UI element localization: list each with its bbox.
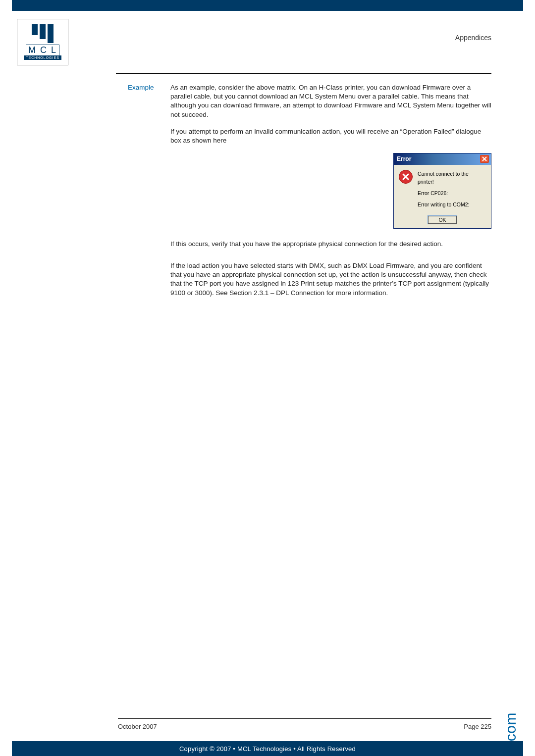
footer-page: Page 225 — [464, 723, 491, 730]
paragraph-3: If this occurs, verify that you have the… — [170, 240, 491, 249]
top-color-bar — [12, 0, 523, 11]
dialog-msg-2: Error CP026: — [418, 189, 486, 198]
dialog-body: Cannot connect to the printer! Error CP0… — [394, 165, 491, 216]
logo-bars — [32, 24, 54, 43]
main-content: Example As an example, consider the abov… — [128, 83, 491, 312]
page-footer: October 2007 Page 225 — [118, 718, 491, 730]
close-icon[interactable] — [480, 155, 489, 163]
logo-letters: M C L — [26, 45, 59, 56]
paragraph-4: If the load action you have selected sta… — [170, 261, 491, 298]
dialog-msg-1: Cannot connect to the printer! — [418, 170, 486, 187]
footer-date: October 2007 — [118, 723, 157, 730]
copyright-bar: Copyright © 2007 • MCL Technologies • Al… — [12, 741, 523, 756]
error-dialog: Error Cannot connect to the printer! Err… — [393, 153, 491, 228]
section-heading: Appendices — [455, 34, 491, 42]
dialog-titlebar: Error — [394, 153, 491, 164]
paragraph-1: As an example, consider the above matrix… — [170, 83, 491, 119]
logo-subtext: TECHNOLOGIES — [24, 55, 61, 60]
paragraph-2: If you attempt to perform an invalid com… — [170, 127, 491, 145]
mcl-logo: M C L TECHNOLOGIES — [17, 19, 68, 65]
dialog-msg-3: Error writing to COM2: — [418, 201, 486, 209]
error-icon — [399, 170, 413, 184]
dialog-title-text: Error — [397, 155, 411, 163]
example-label: Example — [128, 83, 170, 305]
header-divider — [116, 73, 491, 74]
ok-button[interactable]: OK — [428, 216, 456, 224]
